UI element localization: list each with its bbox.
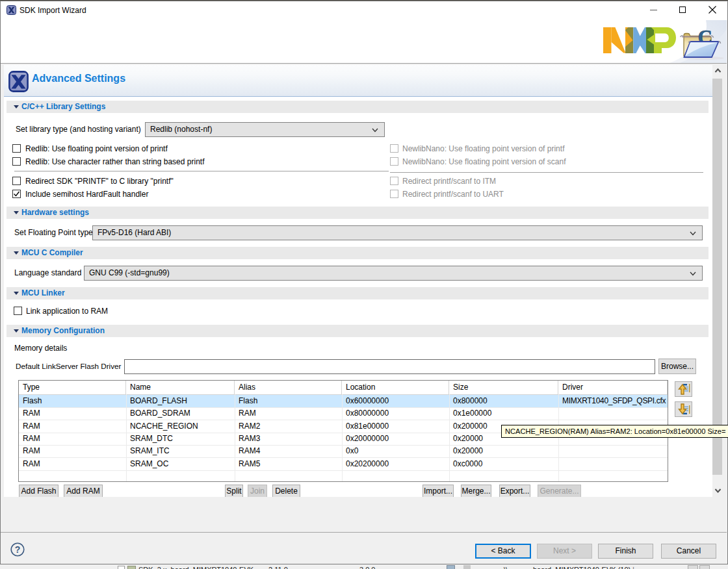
svg-text:?: ? xyxy=(15,544,21,555)
